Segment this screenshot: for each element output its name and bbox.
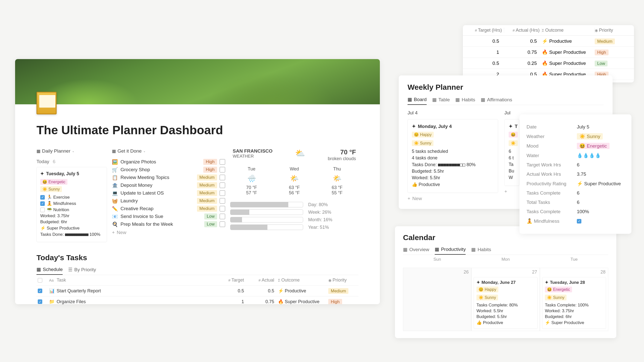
task-emoji-icon: 📋 <box>112 175 118 180</box>
productive-line: ⚡ Super Productive <box>40 225 103 231</box>
sparkle-icon: ✦ <box>476 280 480 285</box>
detail-row: Water 💧💧💧💧 <box>527 153 624 158</box>
detail-row: Target Work Hrs 6 <box>527 162 624 168</box>
get-it-done-view-toggle[interactable]: ▦ Get it Done ⌄ <box>112 148 225 154</box>
calendar-cell[interactable]: 28 ✦Tuesday, June 28 😆 Energetic ☀️ Sunn… <box>540 268 608 331</box>
habit-row[interactable]: ✓ 🏃 Exercise <box>40 195 103 200</box>
calendar-cell[interactable]: 27 ✦Monday, June 27 😊 Happy ☀️ Sunny Tas… <box>471 268 540 331</box>
board-card-partial[interactable]: ✦T 😆 ☀️ 6 6 t Ta Bu W <box>504 119 519 186</box>
formula-icon: Σ <box>542 28 544 32</box>
priority-pill: Medium <box>197 182 217 188</box>
habit-row[interactable]: 🥗 Nutrition <box>40 207 103 212</box>
chevron-down-icon: ⌄ <box>143 149 146 153</box>
habit-checkbox[interactable]: ✓ <box>40 201 45 206</box>
task-row[interactable]: ✓ 📁Organize Files 1 0.75 🔥 Super Product… <box>36 296 358 304</box>
task-checkbox[interactable] <box>220 206 225 211</box>
detail-row: Tasks Complete 100% <box>527 209 624 214</box>
daily-planner-view-toggle[interactable]: ▦ Daily Planner ⌄ <box>36 148 107 154</box>
progress-row: Year: 51% <box>230 224 358 230</box>
row-checkbox[interactable]: ✓ <box>38 299 42 304</box>
task-row[interactable]: ✓ 📊Start Quarterly Report 0.5 0.5 ⚡ Prod… <box>36 286 358 296</box>
table-icon: ▦ <box>36 149 41 154</box>
table-row[interactable]: 1 0.75 🔥 Super Productive High <box>463 47 634 58</box>
detail-key: Target Work Hrs <box>527 162 577 168</box>
habit-checkbox[interactable] <box>40 208 45 212</box>
table-row[interactable]: 0.5 0.5 ⚡ Productive Medium <box>463 36 634 47</box>
calendar-date: 28 <box>600 269 606 275</box>
weather-temp: 70 °F <box>328 148 356 156</box>
tab-board[interactable]: ▦Board <box>408 97 427 105</box>
todo-row[interactable]: 🧺 Laundry Medium <box>112 198 225 204</box>
row-checkbox[interactable]: ✓ <box>38 289 42 293</box>
tab-table[interactable]: ▦Table <box>432 97 450 105</box>
task-checkbox[interactable] <box>220 167 225 172</box>
forecast-day: Tue🌧️ 70 °F57 °F <box>246 166 257 196</box>
todo-row[interactable]: 📧 Send Invoice to Sue Low <box>112 213 225 219</box>
priority-pill: Low <box>204 213 217 219</box>
priority-pill: High <box>203 159 217 165</box>
formula-icon: Σ <box>278 278 280 282</box>
task-checkbox[interactable] <box>220 214 225 219</box>
task-checkbox[interactable] <box>220 198 225 204</box>
priority-pill: Medium <box>595 38 615 44</box>
tab-by-priority[interactable]: ☰By Priority <box>68 266 96 275</box>
task-checkbox[interactable] <box>220 183 225 188</box>
progress-bar <box>230 224 303 230</box>
view-icon: ▦ <box>455 97 460 103</box>
progress-row: Day: 80% <box>230 202 358 207</box>
todo-row[interactable]: 💻 Update to Latest OS Medium <box>112 190 225 196</box>
calendar-date: 27 <box>532 269 537 275</box>
task-checkbox[interactable] <box>220 175 225 180</box>
todo-row[interactable]: 🖼️ Organize Photos High <box>112 159 225 165</box>
task-text: Send Invoice to Sue <box>120 214 202 219</box>
view-icon: ▦ <box>471 247 476 252</box>
task-checkbox[interactable] <box>220 159 225 165</box>
forecast-day: Wed🌤️ 63 °F56 °F <box>289 166 300 196</box>
plus-icon: + <box>408 196 410 201</box>
table-row[interactable]: 0.5 0.25 🔥 Super Productive Low <box>463 58 634 69</box>
todo-row[interactable]: 📋 Review Meeting Topics Medium <box>112 174 225 180</box>
detail-key: Actual Work Hrs <box>527 171 577 177</box>
view-label: Daily Planner <box>42 148 70 154</box>
select-all-checkbox[interactable] <box>38 278 42 283</box>
task-name: Start Quarterly Report <box>57 288 101 294</box>
tab-overview[interactable]: ▦Overview <box>403 246 429 255</box>
weather-icon: 🌧️ <box>246 174 257 183</box>
new-task-button[interactable]: + New <box>112 230 225 235</box>
today-group-header[interactable]: Today 6 <box>36 159 107 164</box>
calendar-cell[interactable]: 26 <box>403 268 471 331</box>
tab-habits[interactable]: ▦Habits <box>455 97 475 105</box>
mindfulness-checkbox[interactable]: ✓ <box>577 219 581 223</box>
tab-productivity[interactable]: ▦Productivity <box>435 246 466 255</box>
priority-pill: High <box>595 50 609 55</box>
calendar-entry-card[interactable]: ✦Tuesday, June 28 😆 Energetic ☀️ Sunny T… <box>542 277 606 329</box>
task-text: Deposit Money <box>120 183 194 188</box>
calendar-entry-card[interactable]: ✦Monday, June 27 😊 Happy ☀️ Sunny Tasks … <box>474 277 538 329</box>
todo-row[interactable]: 🛒 Grocery Shop High <box>112 167 225 173</box>
board-card[interactable]: ✦Monday, July 4 😊 Happy ☀️ Sunny 5 tasks… <box>408 119 498 193</box>
tab-affirmations[interactable]: ▦Affirmations <box>481 97 512 105</box>
todo-row[interactable]: ✏️ Creative Recap Medium <box>112 206 225 212</box>
task-emoji-icon: 💻 <box>112 190 118 196</box>
view-icon: ▦ <box>403 247 408 252</box>
habit-checkbox[interactable]: ✓ <box>40 195 45 200</box>
daily-entry-card[interactable]: ✦Tuesday, July 5 😆 Energetic ☀️ Sunny ✓ … <box>36 167 107 242</box>
todo-row[interactable]: 🍳 Prep Meals for the Week Low <box>112 221 225 227</box>
task-checkbox[interactable] <box>220 190 225 196</box>
priority-pill: Medium <box>328 288 348 294</box>
task-checkbox[interactable] <box>220 221 225 227</box>
daily-planner-column: ▦ Daily Planner ⌄ Today 6 ✦Tuesday, July… <box>36 148 107 242</box>
habit-row[interactable]: ✓ 🧘 Mindfulness <box>40 201 103 206</box>
day-header: Sun <box>403 255 471 264</box>
todo-row[interactable]: 🏦 Deposit Money Medium <box>112 182 225 188</box>
new-board-item-button[interactable]: +New <box>408 196 498 201</box>
plus-icon: + <box>112 230 115 235</box>
board-column-jul5-partial: Jul ✦T 😆 ☀️ 6 6 t Ta Bu W + <box>504 110 519 201</box>
new-board-item-button[interactable]: + <box>504 189 519 194</box>
detail-key: Productivity Rating <box>527 181 577 187</box>
tab-habits[interactable]: ▦Habits <box>471 246 491 255</box>
task-emoji-icon: 🧺 <box>112 198 118 204</box>
tab-schedule[interactable]: ▦Schedule <box>36 266 63 275</box>
priority-pill: High <box>328 299 342 304</box>
page-icon-notebook[interactable] <box>36 92 57 114</box>
